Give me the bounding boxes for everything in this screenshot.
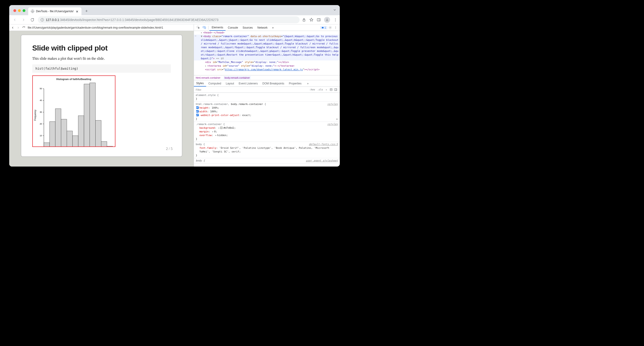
close-tab-icon[interactable] bbox=[76, 10, 79, 13]
dom-tree[interactable]: ⋯ ▸<head>⋯</head> ▼<body class="remark-c… bbox=[194, 31, 340, 75]
styles-tab-computed[interactable]: Computed bbox=[206, 80, 224, 86]
window-controls bbox=[14, 9, 26, 12]
svg-rect-36 bbox=[204, 27, 206, 29]
styles-more-icon[interactable]: » bbox=[305, 80, 311, 86]
styles-tab-styles[interactable]: Styles bbox=[194, 80, 206, 86]
devtools-tabs: Elements Console Sources Network » 1 bbox=[194, 24, 340, 31]
new-style-rule-icon[interactable]: + bbox=[324, 88, 329, 91]
svg-rect-29 bbox=[90, 83, 95, 147]
svg-rect-27 bbox=[78, 116, 84, 147]
crumb-html[interactable]: html.remark-container bbox=[196, 76, 220, 79]
reload-button[interactable] bbox=[29, 16, 36, 23]
tab-strip: DevTools - file:///Users/garrick/ + bbox=[9, 5, 340, 15]
slide: Slide with clipped plot This slide makes… bbox=[21, 34, 182, 157]
svg-point-41 bbox=[336, 28, 336, 29]
inspect-element-icon[interactable] bbox=[195, 26, 201, 29]
issues-badge[interactable]: 1 bbox=[320, 26, 327, 29]
svg-rect-22 bbox=[50, 122, 55, 147]
svg-point-3 bbox=[326, 18, 328, 19]
checkbox-icon[interactable] bbox=[196, 110, 199, 113]
profile-avatar[interactable] bbox=[324, 17, 330, 23]
page-preview-pane: file:///Users/garrick/play/gadenbuie/gar… bbox=[9, 24, 194, 167]
styles-pane[interactable]: element.style { } <style> html.remark-co… bbox=[194, 93, 340, 167]
styles-tabs: Styles Computed Layout Event Listeners D… bbox=[194, 80, 340, 87]
rule-element-style: element.style { } bbox=[194, 93, 340, 102]
svg-rect-37 bbox=[322, 27, 324, 28]
code-block: hist(faithful$waiting) bbox=[32, 64, 171, 73]
color-swatch-icon[interactable] bbox=[220, 127, 222, 129]
computed-styles-icon[interactable] bbox=[329, 88, 333, 91]
slide-title: Slide with clipped plot bbox=[32, 44, 171, 52]
svg-rect-44 bbox=[334, 89, 337, 91]
styles-tab-properties[interactable]: Properties bbox=[287, 80, 304, 86]
checkbox-icon[interactable] bbox=[196, 114, 199, 116]
plot-title: Histogram of faithful$waiting bbox=[33, 78, 115, 80]
svg-rect-42 bbox=[330, 89, 332, 91]
slide-subtitle: This slide makes a plot that won't fit o… bbox=[32, 56, 171, 61]
tab-title: DevTools - file:///Users/garrick/ bbox=[36, 10, 74, 13]
browser-tab[interactable]: DevTools - file:///Users/garrick/ bbox=[28, 7, 82, 15]
svg-point-39 bbox=[336, 26, 336, 27]
svg-point-38 bbox=[330, 27, 330, 28]
minimize-window-icon[interactable] bbox=[18, 9, 21, 12]
svg-rect-32 bbox=[107, 146, 113, 147]
tab-elements[interactable]: Elements bbox=[209, 24, 226, 31]
crumb-body[interactable]: body.remark-container bbox=[224, 76, 251, 79]
maximize-window-icon[interactable] bbox=[22, 9, 26, 12]
styles-tab-layout[interactable]: Layout bbox=[224, 80, 236, 86]
svg-rect-23 bbox=[55, 109, 61, 147]
tab-network[interactable]: Network bbox=[255, 24, 270, 31]
share-icon[interactable] bbox=[302, 18, 306, 22]
site-info-icon[interactable]: i bbox=[41, 18, 44, 21]
svg-point-6 bbox=[335, 21, 336, 21]
tab-sources[interactable]: Sources bbox=[240, 24, 255, 31]
svg-rect-26 bbox=[72, 136, 78, 147]
styles-tab-events[interactable]: Event Listeners bbox=[236, 80, 260, 86]
bookmark-icon[interactable] bbox=[309, 18, 314, 22]
dom-ellipsis: ⋯ bbox=[195, 34, 196, 38]
inner-back-icon[interactable] bbox=[11, 26, 14, 29]
inner-reload-icon[interactable] bbox=[22, 26, 26, 29]
back-button[interactable] bbox=[12, 16, 18, 23]
toolbar: i 127.0.0.1:34645/devtools/inspector.htm… bbox=[9, 15, 340, 24]
side-panel-icon[interactable] bbox=[317, 18, 321, 22]
toolbar-right bbox=[302, 17, 338, 23]
new-tab-button[interactable]: + bbox=[83, 8, 90, 14]
rule-body-ua: user agent stylesheet body { bbox=[194, 158, 340, 164]
dom-breadcrumb[interactable]: html.remark-container body.remark-contai… bbox=[194, 75, 340, 80]
svg-text:40: 40 bbox=[40, 99, 42, 101]
address-bar[interactable]: i 127.0.0.1:34645/devtools/inspector.htm… bbox=[38, 16, 300, 23]
svg-rect-24 bbox=[61, 119, 67, 147]
rule-remark-both: <style> html.remark-container, body.rema… bbox=[194, 102, 340, 122]
hov-toggle[interactable]: :hov bbox=[308, 88, 316, 91]
svg-rect-1 bbox=[317, 18, 320, 21]
tab-console[interactable]: Console bbox=[226, 24, 240, 31]
svg-point-4 bbox=[335, 18, 336, 19]
plot-container: Histogram of faithful$waiting 0102030405… bbox=[32, 75, 116, 147]
svg-point-5 bbox=[335, 19, 336, 20]
cls-toggle[interactable]: .cls bbox=[316, 88, 324, 91]
menu-icon[interactable] bbox=[333, 18, 338, 22]
globe-icon bbox=[31, 10, 34, 13]
histogram-chart: 01020304050Frequency bbox=[33, 80, 115, 147]
tabs-menu-icon[interactable] bbox=[333, 8, 336, 12]
page-viewport: Slide with clipped plot This slide makes… bbox=[9, 31, 194, 167]
add-prop-icon[interactable]: + bbox=[336, 117, 338, 121]
settings-icon[interactable] bbox=[327, 26, 333, 29]
devtools-menu-icon[interactable] bbox=[333, 26, 338, 29]
close-window-icon[interactable] bbox=[14, 9, 16, 12]
url-text: 127.0.0.1:34645/devtools/inspector.html?… bbox=[46, 18, 218, 22]
inner-forward-icon[interactable] bbox=[16, 26, 20, 29]
checkbox-icon[interactable] bbox=[196, 106, 199, 109]
inner-url: file:///Users/garrick/play/gadenbuie/gar… bbox=[28, 26, 192, 29]
device-toolbar-icon[interactable] bbox=[201, 26, 207, 29]
styles-tab-dombreak[interactable]: DOM Breakpoints bbox=[260, 80, 287, 86]
svg-rect-25 bbox=[67, 131, 72, 147]
styles-filter-input[interactable]: Filter bbox=[196, 88, 308, 91]
styles-filter-row: Filter :hov .cls + bbox=[194, 87, 340, 93]
more-tabs-icon[interactable]: » bbox=[270, 24, 276, 31]
forward-button[interactable] bbox=[20, 16, 27, 23]
svg-text:0: 0 bbox=[41, 146, 42, 147]
svg-point-40 bbox=[336, 27, 336, 28]
toggle-sidebar-icon[interactable] bbox=[333, 88, 338, 91]
